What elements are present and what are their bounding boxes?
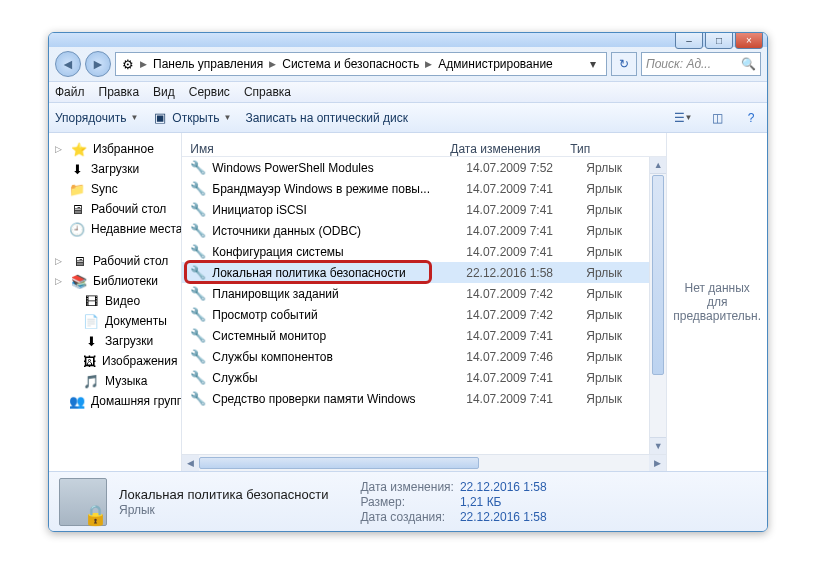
desktop-icon: 🖥: [71, 253, 87, 269]
file-list[interactable]: 🔧Windows PowerShell Modules14.07.2009 7:…: [182, 157, 666, 454]
file-name: Службы компонентов: [212, 350, 466, 364]
view-options-button[interactable]: ☰▼: [673, 108, 693, 128]
burn-button[interactable]: Записать на оптический диск: [245, 111, 408, 125]
shortcut-icon: 🔧: [190, 307, 206, 323]
column-date[interactable]: Дата изменения: [450, 142, 570, 156]
menu-file[interactable]: Файл: [55, 85, 85, 99]
nav-item[interactable]: 🖼Изображения: [53, 351, 177, 371]
nav-item-label: Рабочий стол: [91, 202, 166, 216]
file-row[interactable]: 🔧Службы14.07.2009 7:41Ярлык: [182, 367, 666, 388]
file-date: 14.07.2009 7:46: [466, 350, 586, 364]
close-button[interactable]: ×: [735, 32, 763, 49]
navigation-pane[interactable]: ▷⭐Избранное ⬇Загрузки📁Sync🖥Рабочий стол🕘…: [49, 133, 182, 471]
nav-forward-button[interactable]: ►: [85, 51, 111, 77]
explorer-window: – □ × ◄ ► ⚙ ▶ Панель управления ▶ Систем…: [48, 32, 768, 532]
shortcut-icon: 🔧: [190, 391, 206, 407]
file-date: 14.07.2009 7:42: [466, 308, 586, 322]
refresh-button[interactable]: ↻: [611, 52, 637, 76]
minimize-button[interactable]: –: [675, 32, 703, 49]
file-row[interactable]: 🔧Просмотр событий14.07.2009 7:42Ярлык: [182, 304, 666, 325]
shortcut-icon: 🔧: [190, 160, 206, 176]
file-row[interactable]: 🔧Службы компонентов14.07.2009 7:46Ярлык: [182, 346, 666, 367]
help-button[interactable]: ?: [741, 108, 761, 128]
nav-desktop-header[interactable]: ▷🖥Рабочий стол: [53, 251, 177, 271]
menu-view[interactable]: Вид: [153, 85, 175, 99]
file-date: 14.07.2009 7:41: [466, 224, 586, 238]
file-row[interactable]: 🔧Источники данных (ODBC)14.07.2009 7:41Я…: [182, 220, 666, 241]
file-name: Средство проверки памяти Windows: [212, 392, 466, 406]
star-icon: ⭐: [71, 141, 87, 157]
titlebar[interactable]: – □ ×: [49, 33, 767, 47]
file-list-area: Имя Дата изменения Тип 🔧Windows PowerShe…: [182, 133, 666, 471]
menu-tools[interactable]: Сервис: [189, 85, 230, 99]
nav-item-icon: 🖥: [69, 201, 85, 217]
breadcrumb-seg[interactable]: Администрирование: [436, 57, 554, 71]
shortcut-icon: 🔧: [190, 370, 206, 386]
chevron-right-icon: ▶: [425, 59, 432, 69]
nav-item[interactable]: 📄Документы: [53, 311, 177, 331]
shortcut-icon: 🔧: [190, 244, 206, 260]
search-input[interactable]: Поиск: Ад... 🔍: [641, 52, 761, 76]
file-row[interactable]: 🔧Средство проверки памяти Windows14.07.2…: [182, 388, 666, 409]
column-type[interactable]: Тип: [570, 142, 650, 156]
breadcrumb[interactable]: ⚙ ▶ Панель управления ▶ Система и безопа…: [115, 52, 607, 76]
nav-favorites-header[interactable]: ▷⭐Избранное: [53, 139, 177, 159]
nav-item[interactable]: 🖥Рабочий стол: [53, 199, 177, 219]
nav-item-label: Документы: [105, 314, 167, 328]
file-date: 14.07.2009 7:41: [466, 392, 586, 406]
file-name: Брандмауэр Windows в режиме повы...: [212, 182, 466, 196]
vertical-scrollbar[interactable]: ▲ ▼: [649, 157, 666, 454]
file-date: 14.07.2009 7:41: [466, 245, 586, 259]
nav-item-icon: 🕘: [69, 221, 85, 237]
file-row[interactable]: 🔧Windows PowerShell Modules14.07.2009 7:…: [182, 157, 666, 178]
file-date: 14.07.2009 7:41: [466, 182, 586, 196]
file-row[interactable]: 🔧Локальная политика безопасности22.12.20…: [182, 262, 666, 283]
maximize-button[interactable]: □: [705, 32, 733, 49]
nav-item[interactable]: ▷📚Библиотеки: [53, 271, 177, 291]
shortcut-icon: 🔧: [190, 202, 206, 218]
file-row[interactable]: 🔧Системный монитор14.07.2009 7:41Ярлык: [182, 325, 666, 346]
nav-item[interactable]: 🎞Видео: [53, 291, 177, 311]
shortcut-icon: 🔧: [190, 286, 206, 302]
shortcut-icon: 🔧: [190, 349, 206, 365]
file-row[interactable]: 🔧Брандмауэр Windows в режиме повы...14.0…: [182, 178, 666, 199]
preview-pane: Нет данных для предварительн.: [666, 133, 767, 471]
horizontal-scrollbar[interactable]: ◀ ▶: [182, 454, 666, 471]
file-name: Просмотр событий: [212, 308, 466, 322]
nav-item[interactable]: 🎵Музыка: [53, 371, 177, 391]
scroll-up-arrow[interactable]: ▲: [650, 157, 666, 174]
nav-item[interactable]: ⬇Загрузки: [53, 159, 177, 179]
nav-item[interactable]: 🕘Недавние места: [53, 219, 177, 239]
nav-item[interactable]: 📁Sync: [53, 179, 177, 199]
file-row[interactable]: 🔧Инициатор iSCSI14.07.2009 7:41Ярлык: [182, 199, 666, 220]
menu-help[interactable]: Справка: [244, 85, 291, 99]
scroll-right-arrow[interactable]: ▶: [649, 455, 666, 471]
scroll-left-arrow[interactable]: ◀: [182, 455, 199, 471]
open-button[interactable]: ▣Открыть▼: [152, 110, 231, 126]
organize-button[interactable]: Упорядочить▼: [55, 111, 138, 125]
preview-pane-toggle[interactable]: ◫: [707, 108, 727, 128]
file-row[interactable]: 🔧Планировщик заданий14.07.2009 7:42Ярлык: [182, 283, 666, 304]
address-dropdown[interactable]: ▾: [584, 57, 602, 71]
file-date: 22.12.2016 1:58: [466, 266, 586, 280]
nav-item-icon: 📄: [83, 313, 99, 329]
column-name[interactable]: Имя: [190, 142, 450, 156]
scroll-thumb[interactable]: [652, 175, 664, 375]
column-headers[interactable]: Имя Дата изменения Тип: [182, 133, 666, 157]
nav-back-button[interactable]: ◄: [55, 51, 81, 77]
shortcut-icon: 🔧: [190, 328, 206, 344]
nav-item-icon: 👥: [69, 393, 85, 409]
open-icon: ▣: [152, 110, 168, 126]
file-row[interactable]: 🔧Конфигурация системы14.07.2009 7:41Ярлы…: [182, 241, 666, 262]
nav-item[interactable]: ⬇Загрузки: [53, 331, 177, 351]
details-subtype: Ярлык: [119, 503, 328, 517]
breadcrumb-seg[interactable]: Панель управления: [151, 57, 265, 71]
nav-item-label: Загрузки: [105, 334, 153, 348]
nav-item[interactable]: 👥Домашняя группа: [53, 391, 177, 411]
scroll-down-arrow[interactable]: ▼: [650, 437, 666, 454]
file-name: Планировщик заданий: [212, 287, 466, 301]
breadcrumb-seg[interactable]: Система и безопасность: [280, 57, 421, 71]
menu-edit[interactable]: Правка: [99, 85, 140, 99]
nav-item-icon: 📚: [71, 273, 87, 289]
scroll-thumb-h[interactable]: [199, 457, 479, 469]
